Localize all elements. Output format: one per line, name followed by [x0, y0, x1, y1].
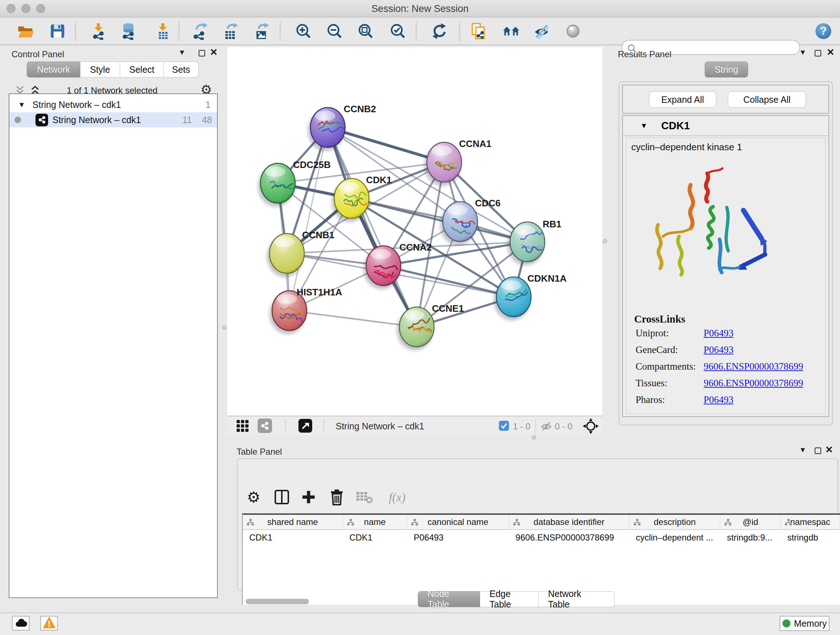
memory-button[interactable]: Memory: [780, 616, 829, 631]
cell-3[interactable]: 9606.ENSP00000378699: [509, 530, 630, 545]
cell-6[interactable]: stringdb: [781, 530, 840, 545]
table-panel-close-icon[interactable]: ✕: [825, 445, 833, 454]
network-graph[interactable]: CCNB2CCNA1CDC25BCDK1CDC6RB1CCNB1CCNA2CDK…: [227, 47, 602, 416]
tab-select[interactable]: Select: [120, 62, 164, 78]
export-network-button[interactable]: [190, 22, 209, 41]
save-session-button[interactable]: [48, 22, 67, 41]
control-panel-menu-icon[interactable]: ▾: [180, 48, 184, 57]
crosslink-link[interactable]: P06493: [704, 394, 734, 405]
horizontal-scrollbar[interactable]: [246, 599, 309, 604]
import-table-button[interactable]: [153, 22, 172, 41]
show-graphics-details-button[interactable]: [564, 22, 583, 41]
results-panel-menu-icon[interactable]: ▾: [801, 48, 805, 57]
network-view-title: String Network – cdk1: [336, 421, 424, 432]
column-header-1[interactable]: name: [343, 515, 407, 529]
node-CCNB1[interactable]: CCNB1: [267, 230, 335, 277]
column-header-5[interactable]: @id: [720, 515, 781, 529]
function-builder-button[interactable]: f(x): [381, 487, 414, 508]
grid-view-button[interactable]: [236, 419, 249, 433]
cell-1[interactable]: CDK1: [343, 530, 407, 545]
network-collection-row[interactable]: ▼ String Network – cdk1 1: [9, 97, 217, 112]
cell-2[interactable]: P06493: [407, 530, 509, 545]
expand-all-button[interactable]: Expand All: [649, 91, 716, 108]
node-CCNA1[interactable]: CCNA1: [424, 138, 492, 186]
show-columns-button[interactable]: [272, 487, 292, 508]
crosslink-link[interactable]: 9606.ENSP00000378699: [704, 378, 803, 389]
node-CDC25B[interactable]: CDC25B: [258, 159, 331, 207]
node-CCNB2[interactable]: CCNB2: [308, 103, 376, 151]
birds-eye-toggle-button[interactable]: [583, 418, 599, 435]
node-CCNE1[interactable]: CCNE1: [397, 303, 464, 350]
hide-unhide-button[interactable]: [532, 22, 551, 41]
table-options-button[interactable]: ⚙: [243, 487, 264, 508]
cell-4[interactable]: cyclin–dependent ...: [630, 530, 721, 545]
control-panel-close-icon[interactable]: ✕: [210, 48, 218, 57]
network-view-type-button[interactable]: [257, 418, 272, 433]
tab-sets[interactable]: Sets: [164, 62, 199, 78]
delete-column-button[interactable]: [327, 487, 347, 508]
edge-CCNB2-HIST1H1A[interactable]: [289, 127, 328, 310]
help-button[interactable]: ?: [814, 22, 833, 41]
tab-edge-table[interactable]: Edge Table: [480, 591, 538, 607]
right-splitter-handle[interactable]: [603, 239, 607, 243]
zoom-out-button[interactable]: [325, 22, 344, 41]
node-details-header[interactable]: ▼ CDK1: [623, 116, 829, 136]
node-RB1[interactable]: RB1: [508, 219, 561, 265]
zoom-selected-button[interactable]: [388, 22, 407, 41]
column-header-0[interactable]: shared name: [243, 515, 343, 529]
control-panel-float-icon[interactable]: [199, 50, 205, 57]
apply-layout-button[interactable]: [430, 22, 448, 41]
import-network-file-button[interactable]: [89, 22, 108, 41]
edge-CDK1-RB1[interactable]: [352, 198, 527, 242]
column-header-3[interactable]: database identifier: [509, 515, 630, 529]
cell-5[interactable]: stringdb:9...: [720, 530, 781, 545]
table-panel-menu-icon[interactable]: ▾: [801, 445, 805, 454]
selected-checkbox-icon[interactable]: [499, 420, 509, 431]
detach-view-button[interactable]: [298, 418, 313, 434]
clone-network-button[interactable]: [469, 22, 488, 41]
delete-table-button[interactable]: [354, 487, 374, 508]
tree-expand-icon[interactable]: ▼: [18, 101, 25, 109]
column-header-4[interactable]: description: [630, 515, 721, 529]
network-view[interactable]: CCNB2CCNA1CDC25BCDK1CDC6RB1CCNB1CCNA2CDK…: [227, 47, 602, 435]
warnings-button[interactable]: [40, 616, 58, 631]
results-panel-float-icon[interactable]: [815, 50, 821, 57]
results-panel-close-icon[interactable]: ✕: [827, 48, 835, 57]
gear-icon: ⚙: [247, 489, 261, 506]
crosslink-link[interactable]: 9606.ENSP00000378699: [704, 361, 803, 372]
column-header-6[interactable]: namespac: [781, 515, 840, 529]
import-network-from-database-button[interactable]: [119, 22, 138, 41]
tab-string[interactable]: String: [705, 62, 748, 78]
export-table-button[interactable]: [221, 22, 240, 41]
cell-0[interactable]: CDK1: [243, 530, 343, 545]
zoom-fit-button[interactable]: [356, 22, 375, 41]
zoom-fit-icon: [357, 22, 374, 40]
tab-style[interactable]: Style: [80, 62, 120, 78]
table-row[interactable]: CDK1CDK1P064939606.ENSP00000378699cyclin…: [243, 530, 840, 545]
tab-network-table[interactable]: Network Table: [538, 591, 615, 607]
network-icon: [35, 114, 48, 126]
cloud-status-button[interactable]: [12, 616, 30, 631]
network-tree: ▼ String Network – cdk1 1 String Network…: [9, 93, 218, 598]
node-HIST1H1A[interactable]: HIST1H1A: [270, 287, 342, 334]
home-button[interactable]: [499, 22, 523, 41]
horizontal-splitter-handle[interactable]: [532, 435, 536, 440]
collapse-entry-icon[interactable]: ▼: [640, 122, 647, 130]
create-column-button[interactable]: [298, 487, 319, 508]
crosslink-link[interactable]: P06493: [704, 344, 734, 356]
network-row-selected[interactable]: String Network – cdk1 11 48: [9, 112, 217, 127]
entry-name: CDK1: [661, 120, 690, 132]
open-session-button[interactable]: [16, 22, 35, 41]
collapse-all-button[interactable]: Collapse All: [728, 91, 806, 108]
column-header-2[interactable]: canonical name: [407, 515, 509, 529]
crosslink-link[interactable]: P06493: [704, 328, 734, 339]
tab-network[interactable]: Network: [27, 62, 80, 78]
table-panel-float-icon[interactable]: [815, 448, 821, 454]
zoom-in-button[interactable]: [294, 22, 313, 41]
left-splitter-handle[interactable]: [222, 325, 226, 330]
node-CCNA2[interactable]: CCNA2: [363, 242, 432, 289]
tab-node-table[interactable]: Node Table: [418, 591, 480, 607]
fx-icon: f(x): [389, 491, 406, 504]
node-CDKN1A[interactable]: CDKN1A: [494, 273, 567, 320]
export-image-button[interactable]: [252, 22, 271, 41]
